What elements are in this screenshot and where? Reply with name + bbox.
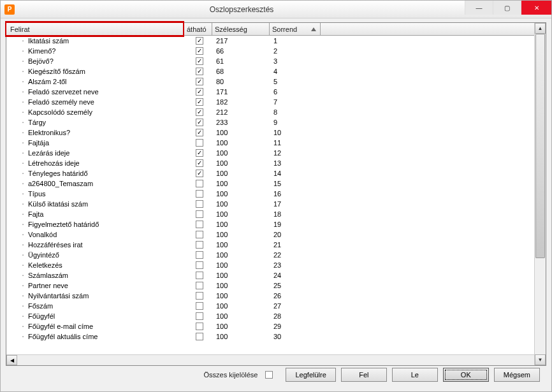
table-row[interactable]: ·Partner neve10025 <box>6 280 546 291</box>
scroll-down-arrow-icon[interactable]: ▼ <box>535 354 546 365</box>
visible-checkbox[interactable] <box>196 180 203 187</box>
cancel-button[interactable]: Mégsem <box>494 368 540 382</box>
tree-branch-icon: · <box>19 200 27 208</box>
scroll-left-arrow-icon[interactable]: ◀ <box>6 355 17 365</box>
table-row[interactable]: ·Típus10016 <box>6 189 546 199</box>
select-all-checkbox[interactable] <box>265 371 273 379</box>
visible-checkbox[interactable] <box>196 200 203 208</box>
visible-checkbox[interactable] <box>196 251 203 259</box>
row-label: Típus <box>28 190 46 198</box>
grid-header-row: Felirat átható Szélesség Sorrend <box>6 23 546 36</box>
visible-checkbox[interactable] <box>196 312 203 320</box>
visible-checkbox[interactable] <box>196 333 203 340</box>
tree-branch-icon: · <box>19 210 27 219</box>
visible-checkbox[interactable] <box>196 108 203 116</box>
visible-checkbox[interactable] <box>196 68 203 75</box>
scroll-up-arrow-icon[interactable]: ▲ <box>535 23 546 34</box>
table-row[interactable]: ·Figyelmeztető határidő10019 <box>6 219 546 229</box>
table-row[interactable]: ·Hozzáféréses irat10021 <box>6 240 546 250</box>
visible-checkbox[interactable] <box>196 190 203 198</box>
table-row[interactable]: ·Tárgy2339 <box>6 117 546 127</box>
row-width-cell: 100 <box>214 292 271 300</box>
maximize-button[interactable]: ▢ <box>493 1 521 15</box>
visible-checkbox[interactable] <box>196 78 203 85</box>
row-order-cell: 12 <box>271 149 322 157</box>
table-row[interactable]: ·Ügyintéző10022 <box>6 250 546 260</box>
table-row[interactable]: ·Keletkezés10023 <box>6 260 546 270</box>
down-button[interactable]: Le <box>392 368 438 382</box>
header-lathato[interactable]: átható <box>184 23 212 35</box>
table-row[interactable]: ·Kimenő?662 <box>6 46 546 56</box>
visible-checkbox[interactable] <box>196 170 203 177</box>
visible-checkbox[interactable] <box>196 47 203 55</box>
row-label: Külső iktatási szám <box>28 200 88 208</box>
table-row[interactable]: ·Elektronikus?10010 <box>6 127 546 138</box>
visible-checkbox[interactable] <box>196 231 203 238</box>
visible-checkbox[interactable] <box>196 37 203 45</box>
table-row[interactable]: ·Főszám10027 <box>6 301 546 311</box>
up-button[interactable]: Fel <box>341 368 387 382</box>
table-row[interactable]: ·a264800_Temaszam10015 <box>6 178 546 189</box>
visible-checkbox[interactable] <box>196 261 203 269</box>
visible-checkbox[interactable] <box>196 292 203 300</box>
header-szelesseg[interactable]: Szélesség <box>212 23 270 35</box>
visible-checkbox[interactable] <box>196 139 203 147</box>
close-button[interactable]: ✕ <box>521 1 551 15</box>
row-order-cell: 28 <box>271 312 322 320</box>
scroll-track[interactable] <box>535 34 546 354</box>
table-row[interactable]: ·Külső iktatási szám10017 <box>6 199 546 209</box>
visible-checkbox[interactable] <box>196 159 203 167</box>
row-label: Bejövő? <box>28 57 54 65</box>
scroll-thumb[interactable] <box>535 34 545 258</box>
table-row[interactable]: ·Feladó szervezet neve1716 <box>6 87 546 97</box>
table-row[interactable]: ·Alszám 2-től805 <box>6 76 546 87</box>
horizontal-scrollbar[interactable]: ◀ ▶ <box>6 354 546 365</box>
visible-checkbox[interactable] <box>196 272 203 279</box>
row-width-cell: 182 <box>214 98 271 106</box>
row-visible-cell <box>185 292 214 300</box>
table-row[interactable]: ·Feladó személy neve1827 <box>6 97 546 107</box>
table-row[interactable]: ·Létrehozás ideje10013 <box>6 158 546 168</box>
vertical-scrollbar[interactable]: ▲ ▼ <box>534 23 546 365</box>
row-visible-cell <box>185 312 214 320</box>
table-row[interactable]: ·Főügyfél e-mail címe10029 <box>6 321 546 331</box>
visible-checkbox[interactable] <box>196 323 203 330</box>
table-row[interactable]: ·Fajta10018 <box>6 209 546 219</box>
table-row[interactable]: ·Iktatási szám2171 <box>6 36 546 46</box>
visible-checkbox[interactable] <box>196 221 203 228</box>
tree-branch-icon: · <box>19 180 27 188</box>
visible-checkbox[interactable] <box>196 98 203 106</box>
tree-branch-icon: · <box>19 190 27 198</box>
table-row[interactable]: ·Kiegészítő főszám684 <box>6 66 546 76</box>
table-row[interactable]: ·Számlaszám10024 <box>6 270 546 280</box>
topmost-button[interactable]: Legfelülre <box>286 368 335 382</box>
table-row[interactable]: ·Tényleges határidő10014 <box>6 168 546 178</box>
visible-checkbox[interactable] <box>196 241 203 249</box>
row-width-cell: 100 <box>214 200 271 208</box>
visible-checkbox[interactable] <box>196 282 203 289</box>
row-width-cell: 100 <box>214 251 271 259</box>
table-row[interactable]: ·Kapcsolódó személy2128 <box>6 107 546 117</box>
row-visible-cell <box>185 37 214 45</box>
visible-checkbox[interactable] <box>196 210 203 218</box>
table-row[interactable]: ·Főügyfél10028 <box>6 311 546 321</box>
row-label: Tényleges határidő <box>28 170 88 177</box>
table-row[interactable]: ·Főügyfél aktuális címe10030 <box>6 331 546 342</box>
ok-button[interactable]: OK <box>443 368 489 382</box>
visible-checkbox[interactable] <box>196 57 203 65</box>
visible-checkbox[interactable] <box>196 129 203 136</box>
table-row[interactable]: ·Nyilvántartási szám10026 <box>6 291 546 301</box>
header-sorrend[interactable]: Sorrend <box>270 23 321 35</box>
visible-checkbox[interactable] <box>196 149 203 157</box>
visible-checkbox[interactable] <box>196 88 203 96</box>
row-width-cell: 100 <box>214 221 271 228</box>
visible-checkbox[interactable] <box>196 119 203 126</box>
hscroll-track[interactable] <box>17 355 535 365</box>
visible-checkbox[interactable] <box>196 302 203 310</box>
table-row[interactable]: ·Bejövő?613 <box>6 56 546 66</box>
table-row[interactable]: ·Fajtája10011 <box>6 138 546 148</box>
table-row[interactable]: ·Lezárás ideje10012 <box>6 148 546 158</box>
minimize-button[interactable]: — <box>465 1 493 15</box>
header-felirat[interactable]: Felirat <box>5 21 184 37</box>
table-row[interactable]: ·Vonalkód10020 <box>6 229 546 240</box>
